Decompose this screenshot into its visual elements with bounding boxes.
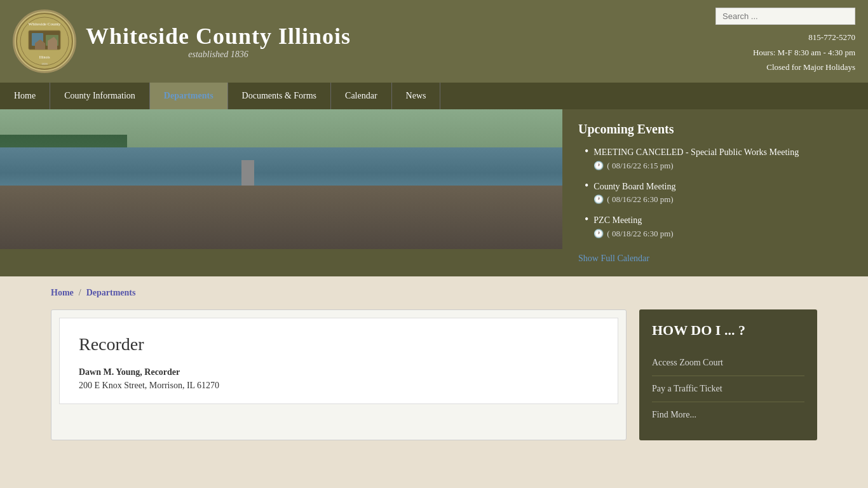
event-time-3: 🕐 ( 08/18/22 6:30 pm) [593,229,673,239]
site-logo: Whiteside County Illinois 1836 [13,10,76,73]
event-title-1: MEETING CANCELED - Special Public Works … [593,146,799,159]
contact-name: Dawn M. Young, Recorder [79,367,599,377]
event-title-2: County Board Meeting [593,180,675,193]
breadcrumb-separator: / [79,288,81,298]
holidays-notice: Closed for Major Holidays [715,60,855,74]
how-item-3[interactable]: Find More... [652,402,804,428]
clock-icon-2: 🕐 [593,194,604,205]
department-name: Recorder [79,334,599,355]
event-title-3: PZC Meeting [593,214,673,227]
content-row: Recorder Dawn M. Young, Recorder 200 E K… [0,309,868,459]
clock-icon-3: 🕐 [593,229,604,239]
contact-address: 200 E Knox Street, Morrison, IL 61270 [79,381,599,391]
how-item-2[interactable]: Pay a Traffic Ticket [652,376,804,402]
events-panel: Upcoming Events • MEETING CANCELED - Spe… [562,109,868,276]
event-item-3: • PZC Meeting 🕐 ( 08/18/22 6:30 pm) [578,214,852,239]
bullet-3: • [585,213,588,226]
nav-news[interactable]: News [392,83,441,109]
svg-text:Illinois: Illinois [39,55,50,59]
nav-documents-forms[interactable]: Documents & Forms [228,83,331,109]
logo-area: Whiteside County Illinois 1836 Whiteside… [13,10,351,73]
bullet-2: • [585,179,588,193]
header-contact: 815-772-5270 Hours: M-F 8:30 am - 4:30 p… [715,8,855,74]
events-heading: Upcoming Events [578,122,852,137]
department-card-inner: Recorder Dawn M. Young, Recorder 200 E K… [59,318,618,404]
office-hours: Hours: M-F 8:30 am - 4:30 pm [715,45,855,60]
event-item-2: • County Board Meeting 🕐 ( 08/16/22 6:30… [578,180,852,205]
how-do-i-heading: HOW DO I ... ? [652,322,804,339]
department-card: Recorder Dawn M. Young, Recorder 200 E K… [51,309,627,440]
nav-home[interactable]: Home [0,83,50,109]
hero-row: Upcoming Events • MEETING CANCELED - Spe… [0,109,868,276]
logo-svg: Whiteside County Illinois 1836 [16,13,73,70]
svg-text:Whiteside County: Whiteside County [29,22,61,27]
site-established: established 1836 [86,50,351,60]
search-input[interactable] [715,8,855,25]
clock-icon-1: 🕐 [593,161,604,171]
how-item-1[interactable]: Access Zoom Court [652,350,804,376]
event-item-1: • MEETING CANCELED - Special Public Work… [578,146,852,171]
hero-image [0,109,562,249]
phone-number: 815-772-5270 [715,30,855,44]
main-nav: Home County Information Departments Docu… [0,83,868,109]
event-time-1: 🕐 ( 08/16/22 6:15 pm) [593,161,799,171]
breadcrumb-current: Departments [86,288,136,298]
search-box[interactable] [715,8,855,25]
event-time-2: 🕐 ( 08/16/22 6:30 pm) [593,194,675,205]
breadcrumb-home[interactable]: Home [51,288,74,298]
nav-departments[interactable]: Departments [150,83,228,109]
site-header: Whiteside County Illinois 1836 Whiteside… [0,0,868,83]
site-title-block: Whiteside County Illinois established 18… [86,23,351,60]
bullet-1: • [585,145,588,158]
svg-text:1836: 1836 [41,62,48,65]
show-full-calendar-link[interactable]: Show Full Calendar [578,254,649,264]
nav-county-information[interactable]: County Information [50,83,150,109]
how-do-i-panel: HOW DO I ... ? Access Zoom Court Pay a T… [639,309,817,440]
site-name: Whiteside County Illinois [86,23,351,50]
breadcrumb: Home / Departments [0,276,868,309]
nav-calendar[interactable]: Calendar [331,83,392,109]
